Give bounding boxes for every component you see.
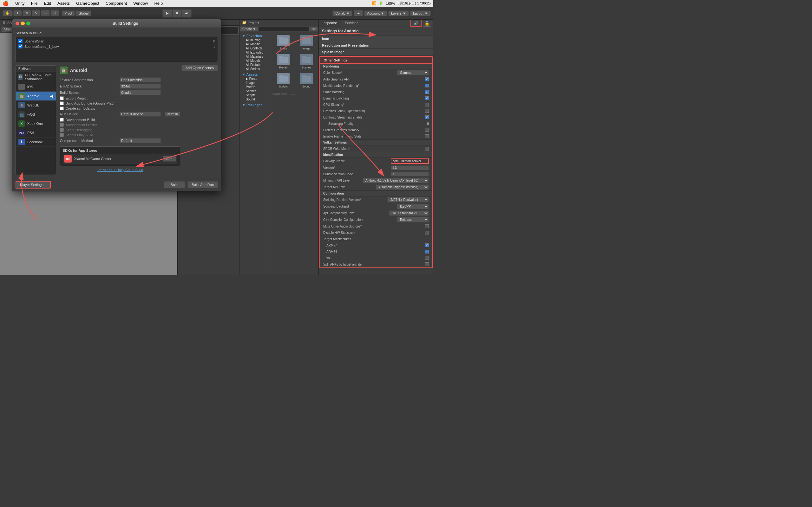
build-system-dropdown[interactable]: Gradle xyxy=(119,90,161,95)
dynamic-batching-checkbox[interactable] xyxy=(425,96,429,100)
run-device-dropdown[interactable]: Default device xyxy=(119,112,161,117)
fav-all-models[interactable]: All Models xyxy=(243,59,271,63)
bundle-version-input[interactable] xyxy=(391,172,429,176)
global-button[interactable]: Global xyxy=(75,10,91,16)
compression-dropdown[interactable]: Default xyxy=(119,138,161,143)
close-button[interactable] xyxy=(15,21,19,25)
player-settings-button[interactable]: Player Settings... xyxy=(15,181,51,188)
move-tool[interactable]: ✛ xyxy=(13,10,22,16)
menu-assets[interactable]: Assets xyxy=(56,1,71,6)
scene-item-start[interactable]: Scenes/Start 0 xyxy=(17,38,216,44)
api-compat-dropdown[interactable]: .NET Standard 2.0 xyxy=(389,210,429,216)
fav-all-excluded[interactable]: All Excluded xyxy=(243,50,271,55)
rect-tool[interactable]: ▭ xyxy=(41,10,50,16)
assets-folder[interactable]: ▼ Assets xyxy=(240,72,271,77)
play-button[interactable]: ▶ xyxy=(163,9,172,17)
minimize-button[interactable] xyxy=(21,21,25,25)
min-api-dropdown[interactable]: Android 4.1 'Jelly Bean' (API level 16) xyxy=(362,178,429,183)
platform-android[interactable]: 🤖 Android ◀ xyxy=(16,92,56,101)
folder-fonts[interactable]: Fonts xyxy=(272,34,294,51)
tab-services[interactable]: Services xyxy=(341,20,362,26)
x86-checkbox[interactable] xyxy=(425,256,429,260)
scene-item-game[interactable]: Scenes/Game_1_bow 1 xyxy=(17,44,216,49)
account-button[interactable]: Account ▼ xyxy=(364,10,387,16)
fav-all-modified[interactable]: All Modifie... xyxy=(243,42,271,46)
scene-game-checkbox[interactable] xyxy=(18,44,22,49)
sdk-add-button[interactable]: Add xyxy=(163,156,176,162)
menu-file[interactable]: File xyxy=(30,1,39,6)
multithreaded-checkbox[interactable] xyxy=(425,83,429,88)
menu-help[interactable]: Help xyxy=(153,1,164,6)
folder-scenes[interactable]: Scenes xyxy=(296,53,317,70)
assets-prefab[interactable]: Prefab xyxy=(243,85,271,89)
section-icon-header[interactable]: Icon xyxy=(319,36,433,42)
fav-all-prefabs[interactable]: All Prefabs xyxy=(243,63,271,67)
platform-tvos[interactable]: 📺 tvOS xyxy=(16,110,56,119)
version-input[interactable] xyxy=(391,165,429,170)
scene-start-checkbox[interactable] xyxy=(18,39,22,43)
favorites-folder[interactable]: ▼ Favorites xyxy=(240,34,271,38)
fav-all-progress[interactable]: All In Prog... xyxy=(243,38,271,42)
color-space-dropdown[interactable]: Gamma xyxy=(397,70,429,75)
folder-image[interactable]: Image xyxy=(296,34,317,51)
rotate-tool[interactable]: ↻ xyxy=(22,10,31,16)
platform-xboxone[interactable]: ✕ Xbox One xyxy=(16,119,56,128)
fav-all-materials[interactable]: All Materials xyxy=(243,55,271,59)
scripting-runtime-dropdown[interactable]: .NET 4.x Equivalent xyxy=(387,197,429,203)
fav-all-conflicts[interactable]: All Conflicts xyxy=(243,46,271,50)
refresh-button[interactable]: Refresh xyxy=(165,112,180,117)
packages-folder[interactable]: ▼ Packages xyxy=(240,103,271,107)
disable-hw-checkbox[interactable] xyxy=(425,231,429,234)
section-other-header[interactable]: Other Settings xyxy=(320,57,432,64)
cloud-build-link[interactable]: Learn about Unity Cloud Build xyxy=(60,168,180,172)
assets-fonts[interactable]: ▶ Fonts xyxy=(243,77,271,81)
frame-timing-checkbox[interactable] xyxy=(425,134,429,138)
build-and-run-button[interactable]: Build And Run xyxy=(188,181,218,188)
pivot-button[interactable]: Pivot xyxy=(61,10,75,16)
platform-webgl[interactable]: H5 WebGL xyxy=(16,101,56,110)
step-button[interactable]: ⏭ xyxy=(182,9,191,17)
graphics-jobs-checkbox[interactable] xyxy=(425,109,429,113)
menu-window[interactable]: Window xyxy=(132,1,149,6)
mute-audio-checkbox[interactable] xyxy=(425,224,429,228)
inspector-icon-area[interactable]: 🔊 xyxy=(410,20,421,26)
assets-sound[interactable]: Sound xyxy=(243,97,271,101)
folder-scripts[interactable]: Scripts xyxy=(272,72,294,89)
menu-unity[interactable]: Unity xyxy=(14,1,26,6)
lightmap-streaming-checkbox[interactable] xyxy=(425,115,429,119)
inspector-lock-btn[interactable]: 🔒 xyxy=(423,20,432,26)
assets-image[interactable]: Image xyxy=(243,81,271,85)
pause-button[interactable]: ⏸ xyxy=(172,9,182,17)
protect-graphics-checkbox[interactable] xyxy=(425,128,429,132)
fav-all-scripts[interactable]: All Scripts xyxy=(243,67,271,71)
project-create-btn[interactable]: Create ▼ xyxy=(240,26,258,32)
platform-ios[interactable]: iOS xyxy=(16,82,56,92)
folder-sound[interactable]: Sound xyxy=(296,72,317,89)
platform-ps4[interactable]: PS4 PS4 xyxy=(16,128,56,137)
layout-button[interactable]: Layout ▼ xyxy=(410,10,431,16)
target-api-dropdown[interactable]: Automatic (highest installed) xyxy=(375,184,429,190)
gpu-skinning-checkbox[interactable] xyxy=(425,103,429,107)
development-build-checkbox[interactable] xyxy=(60,118,64,122)
menu-edit[interactable]: Edit xyxy=(43,1,52,6)
cloud-button[interactable]: ☁ xyxy=(354,10,363,16)
package-name-input[interactable] xyxy=(391,158,429,164)
hand-tool[interactable]: ✋ xyxy=(3,10,13,16)
split-apks-checkbox[interactable] xyxy=(425,262,429,266)
static-batching-checkbox[interactable] xyxy=(425,90,429,94)
arm64-checkbox[interactable] xyxy=(425,250,429,253)
folder-prefab[interactable]: Prefab xyxy=(272,53,294,70)
cpp-compiler-dropdown[interactable]: Release xyxy=(397,217,429,222)
section-splash-header[interactable]: Splash Image xyxy=(319,49,433,55)
platform-facebook[interactable]: f Facebook xyxy=(16,137,56,147)
armv7-checkbox[interactable] xyxy=(425,243,429,247)
menu-gameobject[interactable]: GameObject xyxy=(75,1,101,6)
maximize-button[interactable] xyxy=(26,21,30,25)
assets-scenes[interactable]: Scenes xyxy=(243,89,271,93)
etc2-dropdown[interactable]: 32-bit xyxy=(119,83,161,89)
layers-button[interactable]: Layers ▼ xyxy=(388,10,409,16)
menu-component[interactable]: Component xyxy=(104,1,128,6)
project-eye-btn[interactable]: 👁 xyxy=(310,26,318,32)
texture-compression-dropdown[interactable]: Don't override xyxy=(119,77,161,82)
srgb-write-checkbox[interactable] xyxy=(425,147,429,151)
